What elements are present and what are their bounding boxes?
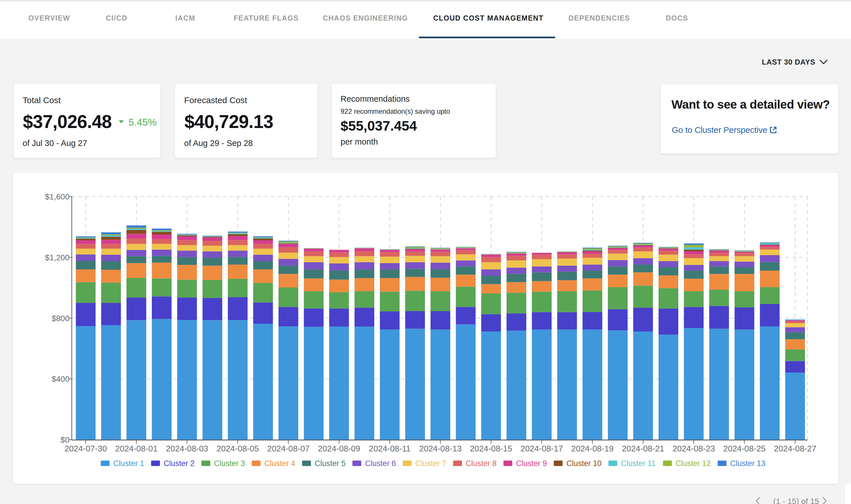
svg-text:2024-08-03: 2024-08-03 (166, 444, 208, 453)
svg-text:2024-08-15: 2024-08-15 (470, 444, 512, 453)
svg-text:2024-08-23: 2024-08-23 (673, 444, 715, 453)
svg-text:Cluster 11: Cluster 11 (621, 459, 656, 468)
svg-text:2024-08-25: 2024-08-25 (723, 444, 765, 453)
svg-text:2024-08-01: 2024-08-01 (115, 444, 158, 453)
svg-text:$400: $400 (52, 375, 69, 383)
svg-text:$0: $0 (60, 435, 69, 444)
svg-text:Cluster 13: Cluster 13 (730, 459, 765, 468)
svg-text:Cluster 2: Cluster 2 (163, 459, 194, 468)
svg-text:$1,200: $1,200 (45, 253, 69, 262)
svg-text:$1,600: $1,600 (45, 192, 69, 201)
svg-text:Cluster 5: Cluster 5 (315, 459, 345, 468)
svg-text:Cluster 6: Cluster 6 (365, 459, 396, 468)
svg-text:Cluster 4: Cluster 4 (264, 459, 295, 468)
svg-text:2024-08-27: 2024-08-27 (774, 444, 816, 453)
svg-text:2024-08-13: 2024-08-13 (419, 444, 462, 453)
svg-text:2024-08-11: 2024-08-11 (369, 444, 411, 453)
svg-text:2024-08-07: 2024-08-07 (267, 444, 309, 453)
svg-text:Cluster 10: Cluster 10 (567, 459, 602, 468)
svg-text:Cluster 9: Cluster 9 (516, 459, 547, 468)
svg-text:2024-08-17: 2024-08-17 (520, 444, 563, 453)
svg-text:Cluster 12: Cluster 12 (676, 459, 711, 468)
svg-text:2024-07-30: 2024-07-30 (65, 444, 107, 453)
svg-text:Cluster 1: Cluster 1 (113, 459, 144, 468)
svg-text:Cluster 3: Cluster 3 (214, 459, 245, 468)
svg-text:2024-08-19: 2024-08-19 (571, 444, 614, 453)
svg-text:Cluster 7: Cluster 7 (416, 459, 446, 468)
svg-text:$800: $800 (52, 314, 69, 323)
svg-text:Cluster 8: Cluster 8 (466, 459, 497, 468)
svg-text:2024-08-05: 2024-08-05 (216, 444, 259, 453)
svg-text:2024-08-09: 2024-08-09 (318, 444, 360, 453)
svg-text:2024-08-21: 2024-08-21 (622, 444, 664, 453)
